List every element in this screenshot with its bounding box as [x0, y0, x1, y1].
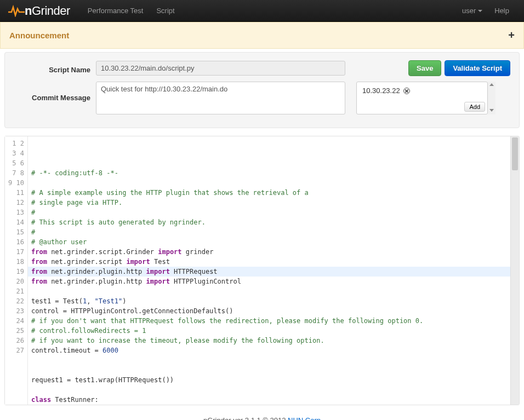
- footer-link[interactable]: NHN Corp: [288, 416, 321, 420]
- nav-help[interactable]: Help: [488, 1, 516, 20]
- code-area[interactable]: # -*- coding:utf-8 -*- # A simple exampl…: [28, 136, 510, 405]
- footer: nGrinder ver 3.1.1 © 2012 NHN Corp: [0, 405, 524, 420]
- code-editor[interactable]: 1 2 3 4 5 6 7 8 9 10 11 12 13 14 15 16 1…: [4, 136, 520, 405]
- announcement-title: Announcement: [9, 31, 69, 40]
- scroll-thumb[interactable]: [512, 137, 518, 170]
- save-button[interactable]: Save: [408, 60, 441, 76]
- brand-rest: Grinder: [32, 4, 70, 18]
- hosts-scrollbar[interactable]: [488, 82, 495, 114]
- host-ip: 10.30.23.22: [362, 87, 400, 95]
- nav-user-label: user: [462, 7, 476, 15]
- script-name-label: Script Name: [14, 62, 90, 74]
- nav-script[interactable]: Script: [150, 1, 181, 20]
- line-gutter: 1 2 3 4 5 6 7 8 9 10 11 12 13 14 15 16 1…: [5, 136, 28, 405]
- plus-icon[interactable]: +: [508, 29, 515, 42]
- validate-button[interactable]: Validate Script: [445, 60, 510, 76]
- scroll-down-icon[interactable]: [489, 109, 494, 112]
- brand-prefix: n: [25, 4, 32, 18]
- footer-text: nGrinder ver 3.1.1 © 2012: [203, 416, 288, 420]
- caret-down-icon: [478, 10, 482, 12]
- heartbeat-icon: [8, 5, 25, 17]
- commit-message-label: Commit Message: [14, 82, 90, 102]
- script-name-input[interactable]: [96, 61, 345, 76]
- scroll-up-icon[interactable]: [489, 83, 494, 86]
- nav-user-menu[interactable]: user: [457, 1, 488, 20]
- editor-scrollbar[interactable]: [510, 136, 519, 405]
- navbar: nGrinder Performance Test Script user He…: [0, 0, 524, 22]
- add-host-button[interactable]: Add: [464, 102, 485, 112]
- delete-host-icon[interactable]: [403, 88, 410, 94]
- form-panel: Script Name Save Validate Script Commit …: [4, 52, 520, 128]
- announcement-bar: Announcement +: [0, 22, 524, 49]
- nav-performance-test[interactable]: Performance Test: [81, 1, 150, 20]
- hosts-box: 10.30.23.22 Add: [356, 82, 488, 114]
- brand-logo[interactable]: nGrinder: [8, 4, 70, 18]
- host-entry: 10.30.23.22: [362, 87, 482, 95]
- commit-message-input[interactable]: Quick test for http://10.30.23.22/main.d…: [96, 82, 345, 114]
